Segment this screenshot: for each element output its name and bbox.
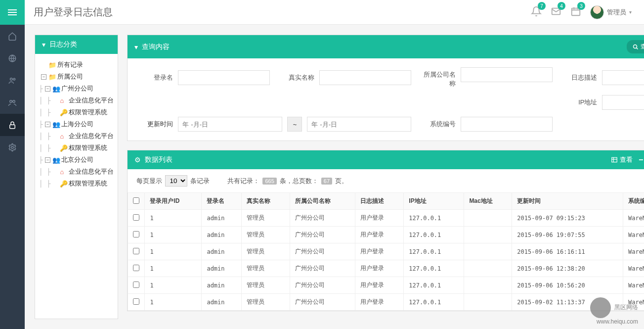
tree-label: 所有记录 (57, 60, 83, 69)
table-header (128, 193, 145, 210)
nav-settings[interactable] (0, 136, 25, 158)
input-company[interactable] (461, 67, 553, 82)
delete-button[interactable]: 删除 (638, 155, 644, 164)
tree-node[interactable]: │ ├ ⌂企业信息化平台 (39, 94, 114, 106)
key-i-icon: 🔑 (60, 144, 67, 152)
table-row: 1admin管理员广州分公司用户登录127.0.0.12015-09-06 10… (128, 277, 644, 294)
tree-node[interactable]: ├ −👥上海分公司 (39, 118, 114, 130)
input-date-to[interactable] (307, 117, 411, 132)
tree-node[interactable]: 📁所有记录 (39, 59, 114, 71)
query-panel-title: 查询内容 (142, 43, 170, 51)
query-panel-head: ▾ 查询内容 查 询 导 出 (128, 35, 644, 58)
tree-label: 上海分公司 (61, 120, 93, 129)
svg-rect-7 (10, 125, 15, 129)
input-log-desc[interactable] (602, 70, 644, 85)
tree-label: 权限管理系统 (69, 108, 107, 117)
row-checkbox[interactable] (133, 282, 139, 288)
filter-icon: ▾ (134, 43, 138, 51)
tree-label: 企业信息化平台 (69, 96, 114, 105)
category-panel-title: 日志分类 (49, 40, 77, 49)
tree-toggle[interactable]: − (45, 86, 50, 92)
tree-label: 企业信息化平台 (69, 167, 114, 176)
topbar: 用户登录日志信息 7 4 3 管理员 ▾ (0, 0, 644, 25)
calendar-icon[interactable]: 3 (570, 6, 581, 18)
nav-lock[interactable] (0, 114, 25, 136)
bell-icon[interactable]: 7 (531, 6, 542, 18)
svg-point-4 (13, 78, 15, 80)
tree-label: 权限管理系统 (69, 179, 107, 188)
table-row: 1admin管理员广州分公司用户登录127.0.0.12015-09-07 09… (128, 210, 644, 227)
per-page-select[interactable]: 10 (165, 175, 187, 187)
tree-node[interactable]: ├ −👥北京分公司 (39, 154, 114, 166)
table-header: 日志描述 (355, 193, 404, 210)
total-records: 665 (262, 178, 276, 185)
per-page-prefix: 每页显示 (136, 177, 162, 186)
nav-globe[interactable] (0, 47, 25, 69)
nav-users[interactable] (0, 69, 25, 92)
tree-node[interactable]: │ ├ 🔑权限管理系统 (39, 142, 114, 154)
tree-label: 权限管理系统 (69, 143, 107, 152)
data-panel-title: 数据列表 (145, 155, 172, 164)
label-real-name: 真实名称 (280, 70, 314, 82)
menu-toggle-button[interactable] (0, 0, 25, 25)
input-ip[interactable] (602, 95, 644, 110)
svg-point-3 (10, 78, 13, 80)
watermark-icon (590, 297, 611, 318)
table-header: 更新时间 (512, 193, 623, 210)
input-date-from[interactable] (178, 117, 282, 132)
tree-toggle[interactable]: − (45, 122, 50, 127)
view-button[interactable]: 查看 (611, 155, 633, 164)
table-header: 登录名 (202, 193, 242, 210)
row-checkbox[interactable] (133, 298, 139, 305)
home-i-icon: ⌂ (60, 133, 67, 140)
tree-node[interactable]: │ ├ ⌂企业信息化平台 (39, 130, 114, 142)
category-tree: 📁所有记录−📁所属公司├ −👥广州分公司│ ├ ⌂企业信息化平台│ ├ 🔑权限管… (35, 54, 118, 194)
tree-node[interactable]: │ ├ ⌂企业信息化平台 (39, 166, 114, 178)
table-row: 1admin管理员广州分公司用户登录127.0.0.12015-09-02 11… (128, 294, 644, 311)
tree-label: 广州分公司 (61, 84, 93, 93)
row-checkbox[interactable] (133, 265, 139, 271)
row-checkbox[interactable] (133, 248, 139, 254)
svg-rect-10 (612, 157, 617, 162)
data-panel-head: ⚙ 数据列表 查看 删除 刷新 (128, 150, 644, 169)
input-sys-code[interactable] (461, 117, 553, 132)
nav-group[interactable] (0, 92, 25, 114)
input-real-name[interactable] (319, 70, 411, 85)
key-i-icon: 🔑 (60, 180, 67, 188)
table-header: 登录用户ID (145, 193, 202, 210)
svg-point-8 (11, 146, 14, 148)
label-company: 所属公司名称 (421, 67, 456, 88)
select-all-checkbox[interactable] (133, 197, 139, 204)
tree-node[interactable]: ├ −👥广州分公司 (39, 83, 114, 94)
tree-label: 企业信息化平台 (69, 132, 114, 141)
tree-node[interactable]: │ ├ 🔑权限管理系统 (39, 106, 114, 118)
tree-label: 所属公司 (57, 72, 83, 81)
search-button[interactable]: 查 询 (627, 40, 644, 53)
tree-node[interactable]: │ ├ 🔑权限管理系统 (39, 178, 114, 189)
calendar-badge: 3 (577, 2, 585, 10)
input-login-name[interactable] (178, 70, 270, 85)
label-ip: IP地址 (562, 95, 597, 107)
folder-i-icon: 📁 (48, 73, 55, 81)
table-header: IP地址 (404, 193, 464, 210)
table-header: 所属公司名称 (290, 193, 355, 210)
topbar-actions: 7 4 3 管理员 ▾ (531, 5, 644, 19)
tree-toggle[interactable]: − (45, 157, 50, 163)
svg-point-6 (13, 100, 15, 102)
row-checkbox[interactable] (133, 231, 139, 237)
chevron-down-icon: ▾ (629, 9, 632, 15)
table-header: Mac地址 (464, 193, 512, 210)
mail-badge: 4 (558, 2, 565, 10)
tree-node[interactable]: −📁所属公司 (39, 71, 114, 83)
org-i-icon: 👥 (52, 121, 59, 128)
table-row: 1admin管理员广州分公司用户登录127.0.0.12015-09-06 19… (128, 227, 644, 243)
label-update-time: 更新时间 (138, 120, 173, 129)
home-i-icon: ⌂ (60, 97, 67, 104)
label-sys-code: 系统编号 (421, 117, 456, 129)
avatar (590, 5, 604, 19)
row-checkbox[interactable] (133, 214, 139, 221)
nav-home[interactable] (0, 25, 25, 47)
user-menu[interactable]: 管理员 ▾ (590, 5, 632, 19)
mail-icon[interactable]: 4 (551, 6, 561, 18)
tree-toggle[interactable]: − (41, 74, 46, 80)
